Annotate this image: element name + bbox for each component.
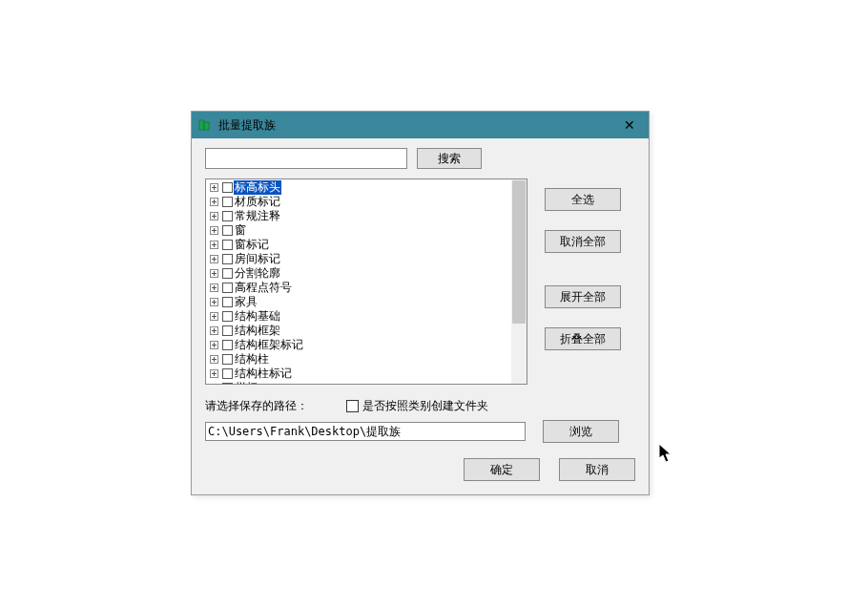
tree-item-label[interactable]: 窗标记 — [234, 238, 270, 252]
expand-icon[interactable] — [210, 384, 218, 385]
expand-icon[interactable] — [210, 241, 218, 249]
tree-item-label[interactable]: 结构柱标记 — [234, 367, 293, 381]
tree-item-label[interactable]: 标高标头 — [234, 180, 281, 195]
tree-item-checkbox[interactable] — [222, 340, 233, 350]
tree-item[interactable]: 结构柱标记 — [210, 367, 527, 381]
tree-item[interactable]: 栏杆 — [210, 381, 527, 385]
expand-icon[interactable] — [210, 355, 218, 364]
tree-item[interactable]: 标高标头 — [210, 180, 527, 195]
expand-icon[interactable] — [210, 326, 218, 335]
expand-icon[interactable] — [210, 283, 218, 292]
expand-icon[interactable] — [210, 226, 218, 235]
tree-item-checkbox[interactable] — [222, 325, 233, 336]
tree-item-label[interactable]: 高程点符号 — [234, 281, 293, 295]
expand-icon[interactable] — [210, 312, 218, 321]
expand-icon[interactable] — [210, 183, 218, 192]
bottom-button-row: 确定 取消 — [205, 458, 635, 481]
tree-item-checkbox[interactable] — [222, 354, 233, 365]
tree-item-label[interactable]: 家具 — [234, 295, 258, 309]
select-all-button[interactable]: 全选 — [545, 188, 621, 211]
tree-item-label[interactable]: 结构基础 — [234, 309, 281, 324]
tree-item-checkbox[interactable] — [222, 383, 233, 385]
dialog-title: 批量提取族 — [218, 117, 610, 134]
side-button-column: 全选 取消全部 展开全部 折叠全部 — [545, 178, 621, 385]
expand-icon[interactable] — [210, 341, 218, 349]
tree-item[interactable]: 分割轮廓 — [210, 266, 527, 281]
expand-icon[interactable] — [210, 298, 218, 306]
save-path-input[interactable] — [205, 422, 526, 441]
dialog-content: 搜索 标高标头材质标记常规注释窗窗标记房间标记分割轮廓高程点符号家具结构基础结构… — [192, 138, 649, 494]
folder-by-category-checkbox[interactable] — [346, 400, 359, 412]
search-input[interactable] — [205, 148, 407, 169]
tree-item[interactable]: 窗标记 — [210, 238, 527, 252]
expand-icon[interactable] — [210, 369, 218, 378]
tree-item[interactable]: 结构柱 — [210, 352, 527, 367]
expand-icon[interactable] — [210, 255, 218, 263]
tree-item-label[interactable]: 房间标记 — [234, 252, 281, 266]
tree-scrollbar[interactable] — [511, 179, 527, 384]
svg-rect-1 — [204, 122, 209, 130]
tree-item[interactable]: 结构基础 — [210, 309, 527, 324]
expand-icon[interactable] — [210, 269, 218, 278]
close-button[interactable]: ✕ — [610, 112, 649, 138]
middle-panel: 标高标头材质标记常规注释窗窗标记房间标记分割轮廓高程点符号家具结构基础结构框架结… — [205, 178, 635, 385]
tree-item[interactable]: 常规注释 — [210, 209, 527, 223]
path-label: 请选择保存的路径： — [205, 398, 308, 414]
expand-all-button[interactable]: 展开全部 — [545, 285, 621, 308]
titlebar[interactable]: 批量提取族 ✕ — [192, 112, 649, 138]
tree-item[interactable]: 窗 — [210, 223, 527, 238]
tree-item[interactable]: 结构框架标记 — [210, 338, 527, 352]
ok-button[interactable]: 确定 — [464, 458, 540, 481]
tree-item[interactable]: 家具 — [210, 295, 527, 309]
path-row: 浏览 — [205, 420, 635, 443]
tree-item-label[interactable]: 常规注释 — [234, 209, 281, 223]
tree-item-label[interactable]: 窗 — [234, 223, 247, 238]
tree-item[interactable]: 高程点符号 — [210, 281, 527, 295]
tree-item-checkbox[interactable] — [222, 368, 233, 379]
expand-icon[interactable] — [210, 212, 218, 220]
tree-item-label[interactable]: 结构柱 — [234, 352, 270, 367]
app-icon — [197, 117, 213, 133]
tree-item-checkbox[interactable] — [222, 268, 233, 279]
tree-item-label[interactable]: 结构框架 — [234, 324, 281, 338]
tree-item-checkbox[interactable] — [222, 197, 233, 207]
search-button[interactable]: 搜索 — [417, 148, 482, 169]
tree-item[interactable]: 房间标记 — [210, 252, 527, 266]
tree-item-checkbox[interactable] — [222, 225, 233, 236]
family-tree[interactable]: 标高标头材质标记常规注释窗窗标记房间标记分割轮廓高程点符号家具结构基础结构框架结… — [205, 178, 527, 385]
tree-item[interactable]: 结构框架 — [210, 324, 527, 338]
tree-item-label[interactable]: 分割轮廓 — [234, 266, 281, 281]
tree-item-label[interactable]: 结构框架标记 — [234, 338, 304, 352]
tree-item-checkbox[interactable] — [222, 240, 233, 250]
collapse-all-button[interactable]: 折叠全部 — [545, 327, 621, 350]
deselect-all-button[interactable]: 取消全部 — [545, 230, 621, 253]
tree-item-checkbox[interactable] — [222, 211, 233, 221]
scrollbar-thumb[interactable] — [512, 180, 526, 324]
tree-item-checkbox[interactable] — [222, 182, 233, 193]
tree-item-checkbox[interactable] — [222, 254, 233, 264]
tree-item-checkbox[interactable] — [222, 283, 233, 293]
cancel-button[interactable]: 取消 — [559, 458, 635, 481]
folder-by-category-label: 是否按照类别创建文件夹 — [362, 398, 488, 414]
tree-item-checkbox[interactable] — [222, 297, 233, 307]
browse-button[interactable]: 浏览 — [543, 420, 619, 443]
tree-item-checkbox[interactable] — [222, 311, 233, 322]
dialog-batch-extract-family: 批量提取族 ✕ 搜索 标高标头材质标记常规注释窗窗标记房间标记分割轮廓高程点符号… — [191, 111, 650, 495]
search-row: 搜索 — [205, 148, 635, 169]
tree-item[interactable]: 材质标记 — [210, 195, 527, 209]
svg-rect-0 — [199, 120, 204, 130]
tree-item-label[interactable]: 材质标记 — [234, 195, 281, 209]
folder-by-category-option[interactable]: 是否按照类别创建文件夹 — [346, 398, 488, 414]
expand-icon[interactable] — [210, 198, 218, 206]
options-row: 请选择保存的路径： 是否按照类别创建文件夹 — [205, 398, 635, 414]
tree-item-label[interactable]: 栏杆 — [234, 381, 258, 385]
mouse-cursor-icon — [658, 443, 675, 467]
